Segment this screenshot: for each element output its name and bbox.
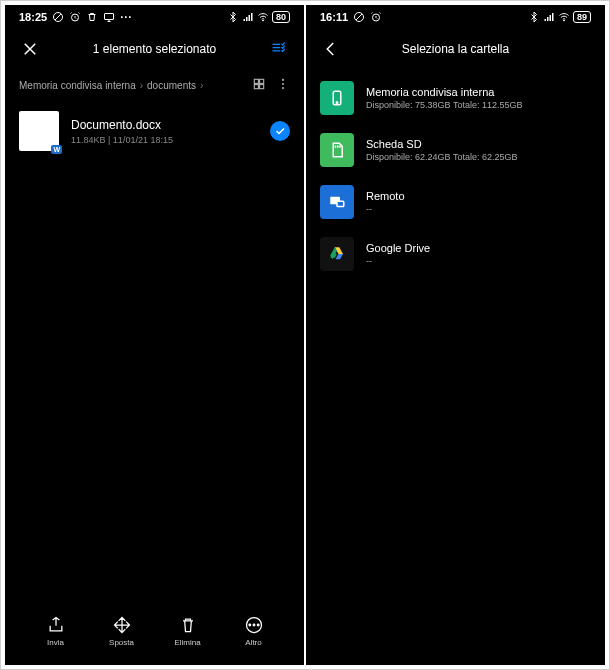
more-options-button[interactable] bbox=[276, 77, 290, 93]
destination-name: Google Drive bbox=[366, 242, 430, 254]
file-meta: 11.84KB | 11/01/21 18:15 bbox=[71, 135, 258, 145]
header: 1 elemento selezionato bbox=[5, 29, 304, 69]
svg-point-19 bbox=[563, 20, 564, 21]
screen-file-selection: 18:25 ··· 80 1 elemento selezionato Memo… bbox=[5, 5, 304, 665]
remote-icon bbox=[320, 185, 354, 219]
svg-line-17 bbox=[356, 14, 362, 20]
clock: 18:25 bbox=[19, 11, 47, 23]
svg-rect-5 bbox=[254, 79, 258, 83]
bluetooth-icon bbox=[227, 11, 239, 23]
svg-rect-6 bbox=[260, 79, 264, 83]
battery-icon: 89 bbox=[573, 11, 591, 23]
destination-remote[interactable]: Remoto -- bbox=[320, 185, 591, 219]
back-button[interactable] bbox=[320, 38, 342, 60]
bluetooth-icon bbox=[528, 11, 540, 23]
sd-card-icon bbox=[320, 133, 354, 167]
chevron-right-icon: › bbox=[140, 80, 143, 91]
destination-gdrive[interactable]: Google Drive -- bbox=[320, 237, 591, 271]
screen-select-folder: 16:11 89 Seleziona la cartella Memoria c… bbox=[306, 5, 605, 665]
svg-point-4 bbox=[262, 20, 263, 21]
clock: 16:11 bbox=[320, 11, 348, 23]
move-button[interactable]: Sposta bbox=[100, 615, 144, 647]
destination-internal[interactable]: Memoria condivisa interna Disponibile: 7… bbox=[320, 81, 591, 115]
alarm-icon bbox=[370, 11, 382, 23]
svg-point-21 bbox=[336, 102, 338, 104]
svg-point-15 bbox=[257, 624, 259, 626]
dnd-icon bbox=[52, 11, 64, 23]
header-title: Seleziona la cartella bbox=[306, 42, 605, 56]
grid-view-button[interactable] bbox=[252, 77, 266, 93]
destination-meta: Disponibile: 62.24GB Totale: 62.25GB bbox=[366, 152, 517, 162]
crumb-root[interactable]: Memoria condivisa interna bbox=[19, 80, 136, 91]
selected-check-icon[interactable] bbox=[270, 121, 290, 141]
wifi-icon bbox=[558, 11, 570, 23]
wifi-icon bbox=[257, 11, 269, 23]
send-label: Invia bbox=[47, 638, 64, 647]
svg-point-9 bbox=[282, 79, 284, 81]
destination-name: Remoto bbox=[366, 190, 405, 202]
dnd-icon bbox=[353, 11, 365, 23]
svg-point-13 bbox=[249, 624, 251, 626]
phone-storage-icon bbox=[320, 81, 354, 115]
destination-meta: Disponibile: 75.38GB Totale: 112.55GB bbox=[366, 100, 522, 110]
battery-icon: 80 bbox=[272, 11, 290, 23]
file-name: Documento.docx bbox=[71, 118, 258, 132]
file-item[interactable]: W Documento.docx 11.84KB | 11/01/21 18:1… bbox=[5, 101, 304, 161]
signal-icon bbox=[543, 11, 555, 23]
svg-rect-23 bbox=[337, 201, 344, 206]
more-button[interactable]: Altro bbox=[232, 615, 276, 647]
svg-point-10 bbox=[282, 83, 284, 85]
delete-label: Elimina bbox=[174, 638, 200, 647]
svg-rect-3 bbox=[105, 14, 114, 20]
move-label: Sposta bbox=[109, 638, 134, 647]
monitor-icon bbox=[103, 11, 115, 23]
header-title: 1 elemento selezionato bbox=[5, 42, 304, 56]
destination-name: Scheda SD bbox=[366, 138, 517, 150]
svg-rect-7 bbox=[254, 85, 258, 89]
trash-icon bbox=[86, 11, 98, 23]
destination-meta: -- bbox=[366, 204, 405, 214]
destination-sdcard[interactable]: Scheda SD Disponibile: 62.24GB Totale: 6… bbox=[320, 133, 591, 167]
crumb-folder[interactable]: documents bbox=[147, 80, 196, 91]
svg-point-11 bbox=[282, 87, 284, 89]
select-all-button[interactable] bbox=[268, 38, 290, 60]
more-label: Altro bbox=[245, 638, 261, 647]
delete-button[interactable]: Elimina bbox=[166, 615, 210, 647]
destination-meta: -- bbox=[366, 256, 430, 266]
destination-list: Memoria condivisa interna Disponibile: 7… bbox=[306, 69, 605, 283]
svg-line-1 bbox=[55, 14, 61, 20]
file-thumbnail: W bbox=[19, 111, 59, 151]
destination-name: Memoria condivisa interna bbox=[366, 86, 522, 98]
chevron-right-icon: › bbox=[200, 80, 203, 91]
close-button[interactable] bbox=[19, 38, 41, 60]
send-button[interactable]: Invia bbox=[34, 615, 78, 647]
svg-rect-8 bbox=[260, 85, 264, 89]
svg-point-14 bbox=[253, 624, 255, 626]
more-notifications-icon: ··· bbox=[120, 11, 132, 23]
status-bar: 18:25 ··· 80 bbox=[5, 5, 304, 29]
header: Seleziona la cartella bbox=[306, 29, 605, 69]
bottom-action-bar: Invia Sposta Elimina Altro bbox=[5, 607, 304, 665]
google-drive-icon bbox=[320, 237, 354, 271]
alarm-icon bbox=[69, 11, 81, 23]
signal-icon bbox=[242, 11, 254, 23]
status-bar: 16:11 89 bbox=[306, 5, 605, 29]
breadcrumb: Memoria condivisa interna › documents › bbox=[5, 69, 304, 101]
docx-badge-icon: W bbox=[51, 145, 62, 154]
